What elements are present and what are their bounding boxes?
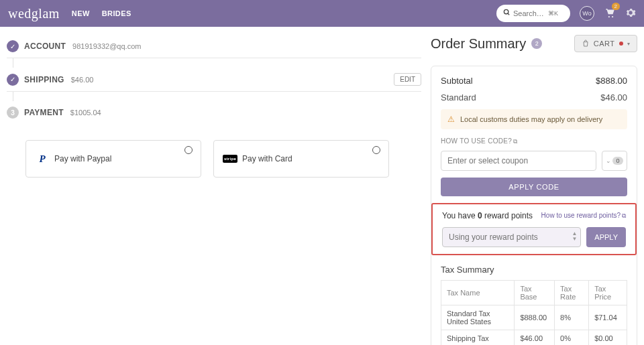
- tax-header: Tax Rate: [555, 281, 589, 305]
- tax-summary-title: Tax Summary: [441, 265, 627, 275]
- nav-brides[interactable]: BRIDES: [102, 9, 131, 17]
- apply-reward-button[interactable]: APPLY: [586, 227, 626, 247]
- nav-new[interactable]: NEW: [72, 9, 90, 17]
- step-shipping-value: $46.00: [71, 76, 94, 84]
- step-account-label: ACCOUNT: [24, 42, 66, 51]
- subtotal-value: $888.00: [596, 76, 627, 86]
- step-account-value: 981919332@qq.com: [72, 42, 141, 50]
- howto-code-link[interactable]: HOW TO USE CODE?⧉: [441, 137, 627, 145]
- tax-table: Tax Name Tax Base Tax Rate Tax Price Sta…: [441, 280, 627, 345]
- reward-points-input[interactable]: [442, 227, 581, 247]
- checkout-steps: ✓ ACCOUNT 981919332@qq.com ✓ SHIPPING $4…: [7, 35, 421, 345]
- pay-paypal-option[interactable]: P Pay with Paypal: [25, 140, 201, 178]
- subtotal-label: Subtotal: [441, 76, 473, 86]
- radio-icon: [372, 146, 380, 154]
- pay-paypal-label: Pay with Paypal: [54, 154, 111, 163]
- warning-icon: ⚠: [447, 115, 455, 124]
- external-link-icon: ⧉: [622, 212, 626, 219]
- subtotal-line: Subtotal $888.00: [441, 76, 627, 86]
- search-box[interactable]: ⌘K: [496, 5, 570, 22]
- step-account: ✓ ACCOUNT 981919332@qq.com: [7, 35, 421, 58]
- customs-text: Local customs duties may apply on delive…: [460, 115, 602, 123]
- edit-shipping-button[interactable]: EDIT: [394, 73, 421, 86]
- cart-dot-icon: [619, 42, 623, 46]
- coupon-count-badge: 0: [612, 157, 623, 165]
- step-payment: 3 PAYMENT $1005.04: [7, 101, 421, 124]
- pay-card-option[interactable]: stripe Pay with Card: [213, 140, 389, 178]
- cart-dropdown-button[interactable]: CART ▾: [574, 35, 637, 52]
- search-shortcut: ⌘K: [548, 10, 558, 17]
- step-payment-value: $1005.04: [70, 109, 101, 117]
- order-summary: Order Summary 2 CART ▾ Subtotal $888.00 …: [431, 35, 637, 345]
- standard-value: $46.00: [600, 92, 627, 102]
- search-icon: [503, 9, 511, 18]
- step-payment-label: PAYMENT: [24, 108, 64, 117]
- brand-logo[interactable]: wedglam: [8, 6, 60, 21]
- summary-count-badge: 2: [531, 38, 542, 49]
- check-icon: ✓: [7, 40, 19, 52]
- radio-icon: [184, 146, 193, 154]
- reward-howto-link[interactable]: How to use reward points?⧉: [541, 212, 626, 220]
- pay-card-label: Pay with Card: [242, 154, 292, 163]
- top-bar: wedglam NEW BRIDES ⌘K Wo 2: [0, 0, 644, 27]
- bag-icon: [582, 40, 590, 48]
- tax-header: Tax Base: [515, 281, 555, 305]
- payment-options: P Pay with Paypal stripe Pay with Card: [25, 140, 421, 178]
- step-shipping: ✓ SHIPPING $46.00 EDIT: [7, 68, 421, 92]
- step-connector: [13, 58, 13, 68]
- coupon-dropdown-button[interactable]: ⌄ 0: [602, 151, 627, 171]
- paypal-icon: P: [36, 152, 49, 165]
- cart-badge: 2: [612, 3, 620, 10]
- settings-icon[interactable]: [625, 7, 636, 20]
- coupon-input[interactable]: [441, 151, 596, 171]
- step-number-icon: 3: [7, 107, 19, 119]
- shipping-line: Standard $46.00: [441, 92, 627, 102]
- customs-warning: ⚠ Local customs duties may apply on deli…: [441, 109, 627, 129]
- svg-point-0: [504, 9, 508, 13]
- tax-header: Tax Name: [441, 281, 515, 305]
- avatar[interactable]: Wo: [580, 6, 594, 21]
- stepper-icon[interactable]: ▲▼: [572, 231, 577, 242]
- svg-line-1: [508, 13, 509, 15]
- chevron-down-icon: ⌄: [606, 157, 611, 164]
- check-icon: ✓: [7, 74, 19, 86]
- external-link-icon: ⧉: [513, 138, 517, 145]
- standard-label: Standard: [441, 92, 476, 102]
- search-input[interactable]: [513, 9, 548, 17]
- reward-points-box: You have 0 reward points How to use rewa…: [431, 203, 637, 255]
- reward-text: You have 0 reward points: [442, 211, 533, 220]
- table-row: Shipping Tax $46.00 0% $0.00: [441, 330, 627, 346]
- cart-label: CART: [594, 40, 615, 48]
- table-row: Standard Tax United States $888.00 8% $7…: [441, 305, 627, 330]
- cart-icon[interactable]: 2: [604, 7, 616, 21]
- step-connector: [13, 92, 13, 101]
- stripe-icon: stripe: [223, 152, 237, 165]
- step-shipping-label: SHIPPING: [24, 75, 64, 84]
- tax-header: Tax Price: [589, 281, 627, 305]
- apply-code-button[interactable]: APPLY CODE: [441, 178, 627, 196]
- chevron-down-icon: ▾: [627, 41, 631, 47]
- summary-title: Order Summary: [431, 36, 526, 52]
